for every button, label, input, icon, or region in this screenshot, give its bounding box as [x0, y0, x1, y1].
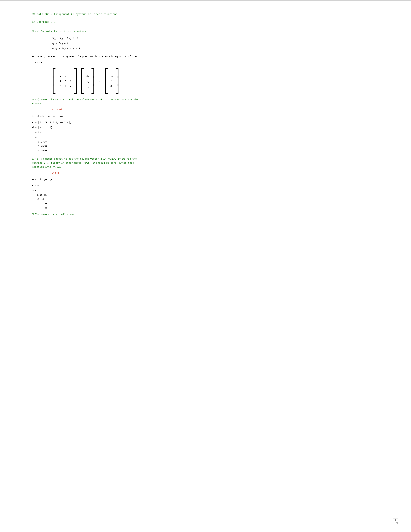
matrix-C-wrapper: ⎡⎢⎣ 2 1 5 1 0 6 -6 2 4: [52, 70, 78, 94]
page-number-area: 1: [393, 518, 398, 522]
part-b-section: % (b) Enter the matrix C and the column …: [32, 98, 329, 153]
code-ans-scale: 1.0e-15 *: [32, 193, 329, 197]
matlab-command-c: C*x-d: [52, 172, 329, 174]
code-C: C = [2 1 5; 1 0 6; -6 2 4];: [32, 120, 329, 125]
final-comment: % The answer is not all zeros.: [32, 213, 329, 216]
code-ans-eq: ans =: [32, 189, 329, 193]
part-c-comment1: % (c) We would expect to get the column …: [32, 158, 329, 161]
code-x-val2: -1.7593: [32, 144, 329, 149]
title-section: %% Math 20F - Assignment 2: Systems of L…: [32, 13, 329, 16]
matrix-equation: ⎡⎢⎣ 2 1 5 1 0 6 -6 2 4: [52, 70, 329, 94]
page-number-box: 1: [393, 518, 398, 522]
prose-what: What do you get?: [32, 178, 329, 182]
prose-check: to check your solution.: [32, 114, 329, 118]
code-x-eq: x =: [32, 135, 329, 140]
code-cxd-cmd: C*x-d: [32, 184, 329, 188]
part-b-comment1: % (b) Enter the matrix C and the column …: [32, 98, 329, 101]
part-a-comment: % (a) Consider the system of equations:: [32, 30, 329, 33]
top-border: [0, 0, 411, 0]
exercise-comment: %% Exercise 2.1: [32, 21, 329, 24]
eq2: x1 + 6x3 = 2: [52, 41, 329, 46]
code-x-val1: -0.7778: [32, 140, 329, 144]
equals-sign: =: [97, 80, 102, 83]
code-x-val3: 0.4630: [32, 149, 329, 153]
vector-d-wrapper: ⎡⎢⎣ -1 2 3 ⎤⎥⎦: [104, 70, 120, 94]
eq1: 2x1 + x2 + 5x3 = -1: [52, 36, 329, 41]
part-c-comment2: command C*x, right? In other words, C*x …: [32, 162, 329, 164]
code-ans-val2: 0: [32, 202, 329, 206]
exercise-section: %% Exercise 2.1: [32, 21, 329, 24]
code-ans-val3: 0: [32, 206, 329, 210]
prose-convert2: form Cx = d.: [32, 61, 329, 65]
page-content: %% Math 20F - Assignment 2: Systems of L…: [0, 0, 355, 234]
part-c-section: % (c) We would expect to get the column …: [32, 158, 329, 216]
page-fold-decoration: [396, 522, 398, 524]
title-comment: %% Math 20F - Assignment 2: Systems of L…: [32, 13, 329, 16]
eq3: -6x1 + 2x2 + 4x3 = 3: [52, 46, 329, 51]
code-ans-val1: -0.4441: [32, 197, 329, 202]
equation-block: 2x1 + x2 + 5x3 = -1 x1 + 6x3 = 2 -6x1 + …: [52, 36, 329, 51]
code-x-cmd: x = C\d: [32, 130, 329, 135]
page-number-text: 1: [395, 519, 396, 522]
prose-convert1: On paper, convert this system of equatio…: [32, 55, 329, 59]
code-d: d = [-1; 2; 3];: [32, 125, 329, 130]
vector-x-wrapper: ⎡⎢⎣ x1 x2 x3 ⎤⎥⎦: [80, 70, 95, 94]
matlab-command-b: x = C\d: [52, 108, 329, 111]
part-b-comment2: command: [32, 102, 329, 105]
part-c-comment3: equation into MATLAB:: [32, 166, 329, 169]
part-a-section: % (a) Consider the system of equations: …: [32, 30, 329, 94]
